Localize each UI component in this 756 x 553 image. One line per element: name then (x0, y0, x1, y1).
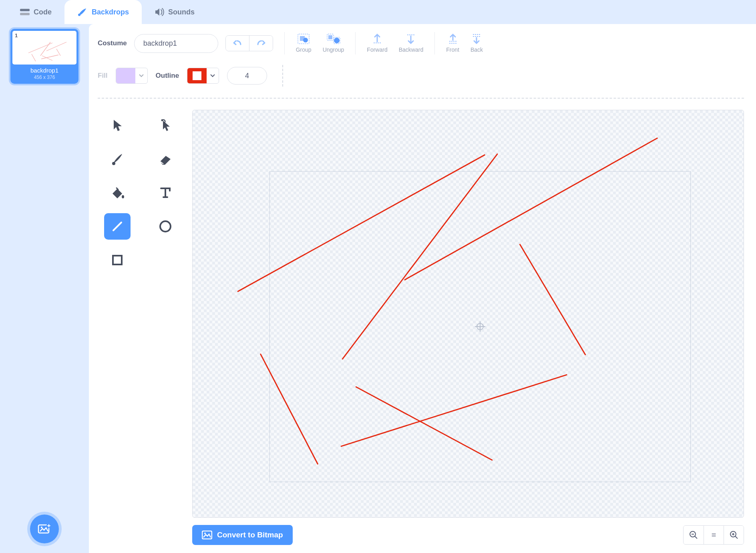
svg-line-45 (695, 536, 697, 539)
fill-color-picker[interactable] (116, 68, 148, 84)
svg-point-15 (303, 38, 308, 42)
svg-point-28 (122, 195, 124, 198)
svg-rect-31 (113, 256, 122, 264)
ungroup-button[interactable]: Ungroup (323, 34, 344, 53)
svg-line-29 (113, 222, 121, 230)
eraser-tool[interactable] (152, 146, 179, 172)
zoom-reset-button[interactable]: = (704, 526, 724, 544)
paint-editor: Costume Group Ungroup (89, 24, 756, 553)
undo-redo-group (225, 35, 273, 51)
separator (284, 32, 285, 54)
action-label: Back (470, 46, 483, 53)
tab-code[interactable]: Code (7, 0, 64, 24)
svg-line-38 (261, 354, 318, 464)
thumbnail-name: backdrop1 (12, 67, 76, 74)
svg-line-9 (32, 54, 36, 61)
zoom-controls: = (683, 525, 744, 545)
thumbnail-meta: backdrop1 456 x 376 (12, 65, 76, 82)
svg-rect-0 (20, 9, 30, 11)
svg-rect-17 (328, 35, 332, 39)
tab-label: Sounds (168, 8, 195, 16)
circle-tool[interactable] (152, 213, 179, 240)
tab-sounds[interactable]: Sounds (142, 0, 207, 24)
svg-line-7 (41, 55, 58, 59)
front-back-actions: Front Back (446, 34, 483, 53)
tab-label: Backdrops (92, 8, 129, 16)
front-button[interactable]: Front (446, 34, 459, 53)
stroke-width-input[interactable] (227, 67, 267, 85)
fill-label: Fill (98, 72, 108, 80)
group-button[interactable]: Group (296, 34, 312, 53)
tab-backdrops[interactable]: Backdrops (64, 0, 142, 24)
svg-point-2 (78, 14, 80, 16)
editor-tabs: Code Backdrops Sounds (0, 0, 756, 24)
costume-header-row: Costume Group Ungroup (98, 32, 744, 54)
canvas-footer: Convert to Bitmap = (192, 525, 744, 545)
svg-line-48 (735, 536, 738, 539)
text-tool[interactable] (152, 180, 179, 206)
svg-point-11 (41, 527, 42, 528)
action-label: Ungroup (323, 46, 344, 53)
outline-color-picker[interactable] (187, 68, 219, 84)
brush-icon (77, 8, 88, 16)
action-label: Backward (399, 46, 423, 53)
canvas[interactable] (192, 110, 744, 518)
svg-point-43 (204, 533, 206, 534)
svg-point-30 (160, 221, 171, 232)
svg-point-27 (112, 162, 115, 165)
convert-to-bitmap-button[interactable]: Convert to Bitmap (192, 525, 293, 545)
button-label: Convert to Bitmap (217, 531, 283, 539)
chevron-down-icon (135, 68, 147, 83)
sound-icon (155, 8, 164, 16)
rectangle-tool[interactable] (104, 247, 131, 273)
svg-point-18 (334, 38, 340, 43)
svg-line-4 (40, 42, 50, 56)
action-label: Group (296, 46, 312, 53)
svg-line-37 (356, 387, 492, 460)
select-tool[interactable] (104, 112, 131, 139)
canvas-column: Convert to Bitmap = (192, 110, 744, 545)
fill-tool[interactable] (104, 180, 131, 206)
svg-line-34 (405, 138, 657, 280)
outline-label: Outline (156, 72, 179, 80)
svg-line-33 (342, 154, 497, 359)
backdrop-thumbnail[interactable]: 1 backdrop1 456 x 376 (10, 29, 78, 84)
chevron-down-icon (207, 68, 219, 83)
action-label: Forward (367, 46, 387, 53)
svg-line-32 (238, 155, 485, 291)
fill-swatch (116, 68, 135, 83)
costume-name-input[interactable] (134, 34, 218, 53)
separator (282, 65, 283, 87)
work-area: Convert to Bitmap = (98, 110, 744, 545)
reshape-tool[interactable] (152, 112, 179, 139)
crosshair-icon (475, 321, 485, 332)
forward-button[interactable]: Forward (367, 34, 387, 53)
add-backdrop-button[interactable] (30, 515, 59, 543)
svg-point-26 (161, 119, 163, 121)
drawing-layer (193, 110, 744, 517)
thumbnail-dimensions: 456 x 376 (12, 75, 76, 80)
separator (434, 32, 435, 54)
svg-rect-42 (202, 531, 212, 539)
redo-button[interactable] (249, 36, 273, 51)
costume-label: Costume (98, 39, 127, 47)
backdrop-sidebar: 1 backdrop1 456 x 376 (0, 24, 89, 553)
svg-line-35 (520, 244, 585, 355)
action-label: Front (446, 46, 459, 53)
code-icon (20, 8, 30, 16)
zoom-out-button[interactable] (684, 526, 704, 544)
backward-button[interactable]: Backward (399, 34, 423, 53)
line-tool[interactable] (104, 213, 131, 240)
image-icon (202, 531, 212, 539)
svg-rect-1 (20, 13, 30, 15)
brush-tool[interactable] (104, 146, 131, 172)
undo-button[interactable] (226, 36, 249, 51)
svg-line-6 (56, 49, 60, 56)
back-button[interactable]: Back (470, 34, 483, 53)
outline-swatch (187, 68, 207, 83)
layer-actions: Forward Backward (367, 34, 423, 53)
group-actions: Group Ungroup (296, 34, 344, 53)
tab-label: Code (34, 8, 52, 16)
tool-palette (98, 110, 180, 545)
zoom-in-button[interactable] (724, 526, 744, 544)
